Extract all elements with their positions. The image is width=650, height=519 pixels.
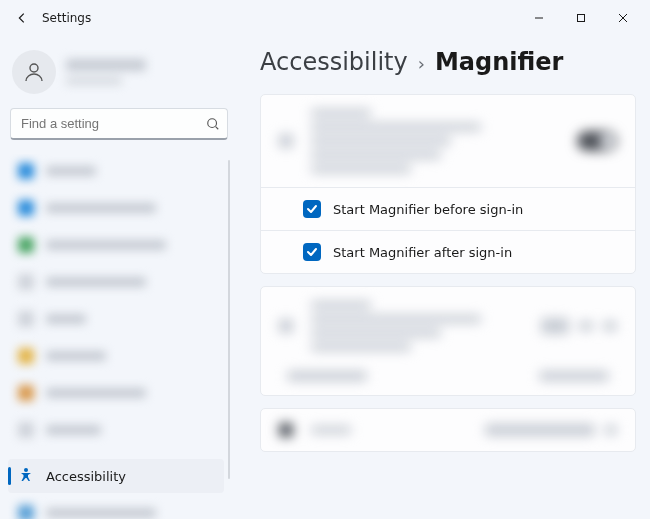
accessibility-icon	[18, 467, 34, 486]
checkbox-after-signin[interactable]	[303, 243, 321, 261]
search-input[interactable]	[10, 108, 228, 140]
titlebar: Settings	[0, 0, 650, 36]
sidebar-item-apps[interactable]	[8, 302, 224, 336]
minimize-icon	[534, 13, 544, 23]
sidebar-item-gaming[interactable]	[8, 413, 224, 447]
user-info	[66, 59, 146, 85]
breadcrumb: Accessibility › Magnifier	[260, 48, 636, 76]
back-button[interactable]	[8, 4, 36, 32]
checkbox-before-signin[interactable]	[303, 200, 321, 218]
minimize-button[interactable]	[520, 4, 558, 32]
person-icon	[22, 60, 46, 84]
sidebar-item-network[interactable]	[8, 228, 224, 262]
page-title: Magnifier	[435, 48, 563, 76]
sidebar-scrollbar[interactable]	[228, 160, 230, 479]
svg-point-4	[30, 64, 38, 72]
svg-point-5	[208, 119, 217, 128]
nav: Accessibility	[8, 154, 230, 519]
close-icon	[618, 13, 628, 23]
breadcrumb-parent[interactable]: Accessibility	[260, 48, 408, 76]
search-icon	[206, 117, 220, 131]
option-after-signin[interactable]: Start Magnifier after sign-in	[261, 230, 635, 273]
zoom-card	[260, 286, 636, 396]
main-content: Accessibility › Magnifier	[238, 36, 650, 519]
sidebar-item-accessibility[interactable]: Accessibility	[8, 459, 224, 493]
sidebar: Accessibility	[0, 36, 238, 519]
sidebar-item-bluetooth[interactable]	[8, 191, 224, 225]
svg-point-7	[24, 468, 28, 472]
sidebar-item-system[interactable]	[8, 154, 224, 188]
magnifier-toggle[interactable]	[577, 131, 617, 151]
chevron-right-icon: ›	[418, 53, 425, 74]
sidebar-item-time[interactable]	[8, 376, 224, 410]
app-title: Settings	[42, 11, 91, 25]
avatar	[12, 50, 56, 94]
maximize-icon	[576, 13, 586, 23]
search-wrap	[10, 108, 228, 140]
checkmark-icon	[306, 246, 318, 258]
option-before-signin[interactable]: Start Magnifier before sign-in	[261, 187, 635, 230]
checkmark-icon	[306, 203, 318, 215]
user-account-row[interactable]	[8, 44, 230, 108]
option-label: Start Magnifier after sign-in	[333, 245, 512, 260]
sidebar-item-label: Accessibility	[46, 469, 126, 484]
magnifier-card: Start Magnifier before sign-in Start Mag…	[260, 94, 636, 274]
svg-rect-1	[578, 15, 585, 22]
arrow-left-icon	[15, 11, 29, 25]
sidebar-item-accounts[interactable]	[8, 339, 224, 373]
view-card	[260, 408, 636, 452]
window-controls	[520, 4, 642, 32]
sidebar-item-privacy[interactable]	[8, 496, 224, 519]
sidebar-item-personalization[interactable]	[8, 265, 224, 299]
maximize-button[interactable]	[562, 4, 600, 32]
option-label: Start Magnifier before sign-in	[333, 202, 523, 217]
svg-line-6	[216, 127, 219, 130]
magnifier-toggle-row[interactable]	[261, 95, 635, 187]
close-button[interactable]	[604, 4, 642, 32]
